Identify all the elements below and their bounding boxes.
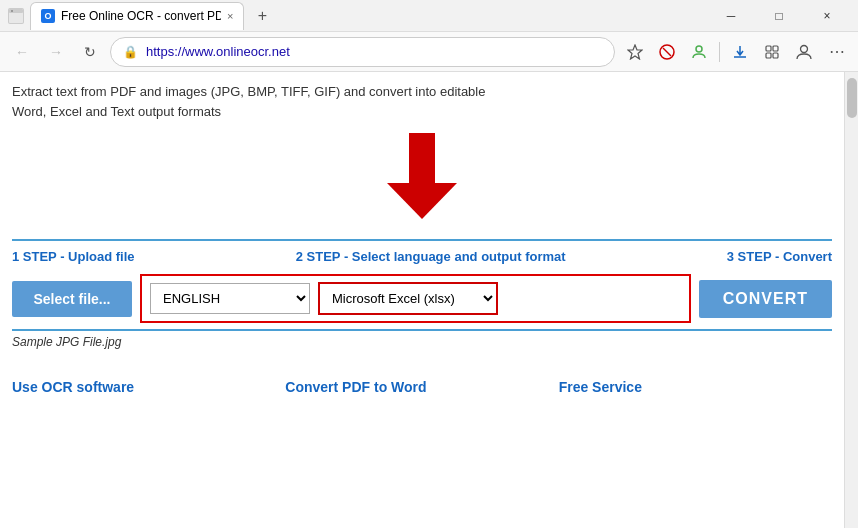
- back-button[interactable]: ←: [8, 38, 36, 66]
- language-select[interactable]: ENGLISH FRENCH GERMAN SPANISH: [150, 283, 310, 314]
- select-file-button[interactable]: Select file...: [12, 281, 132, 317]
- svg-point-12: [801, 45, 808, 52]
- steps-row: 1 STEP - Upload file 2 STEP - Select lan…: [12, 239, 832, 268]
- title-bar: O Free Online OCR - convert PDF t... × +…: [0, 0, 858, 32]
- svg-point-2: [11, 10, 13, 12]
- more-options-icon[interactable]: ⋯: [822, 38, 850, 66]
- svg-rect-10: [766, 53, 771, 58]
- svg-rect-13: [409, 133, 435, 183]
- controls-row: Select file... ENGLISH FRENCH GERMAN SPA…: [12, 274, 832, 331]
- svg-point-6: [696, 46, 702, 52]
- bottom-links: Use OCR software Convert PDF to Word Fre…: [12, 369, 832, 395]
- tab-close-button[interactable]: ×: [227, 10, 233, 22]
- browser-icon: [8, 8, 24, 24]
- url-bar[interactable]: 🔒 https://www.onlineocr.net: [110, 37, 615, 67]
- page-content: Extract text from PDF and images (JPG, B…: [0, 72, 844, 528]
- favorites-icon[interactable]: [621, 38, 649, 66]
- vertical-scrollbar[interactable]: [844, 72, 858, 528]
- active-tab[interactable]: O Free Online OCR - convert PDF t... ×: [30, 2, 244, 30]
- step1-label: 1 STEP - Upload file: [12, 249, 135, 264]
- intro-line1: Extract text from PDF and images (JPG, B…: [12, 82, 832, 102]
- down-arrow-icon: [387, 131, 457, 224]
- new-tab-button[interactable]: +: [250, 4, 274, 28]
- svg-rect-9: [773, 46, 778, 51]
- svg-rect-11: [773, 53, 778, 58]
- shield-icon: [653, 38, 681, 66]
- intro-line2: Word, Excel and Text output formats: [12, 102, 832, 122]
- intro-text: Extract text from PDF and images (JPG, B…: [12, 82, 832, 121]
- profile-sync-icon[interactable]: [685, 38, 713, 66]
- format-select[interactable]: Microsoft Excel (xlsx) Microsoft Word (d…: [318, 282, 498, 315]
- toolbar-separator: [719, 42, 720, 62]
- refresh-button[interactable]: ↻: [76, 38, 104, 66]
- ocr-software-link[interactable]: Use OCR software: [12, 379, 285, 395]
- convert-button[interactable]: CONVERT: [699, 280, 832, 318]
- svg-line-5: [663, 48, 671, 56]
- lock-icon: 🔒: [123, 45, 138, 59]
- close-button[interactable]: ×: [804, 0, 850, 32]
- step3-label: 3 STEP - Convert: [727, 249, 832, 264]
- tab-favicon: O: [41, 9, 55, 23]
- file-name-label: Sample JPG File.jpg: [12, 335, 832, 349]
- tab-title: Free Online OCR - convert PDF t...: [61, 9, 221, 23]
- browser-content: Extract text from PDF and images (JPG, B…: [0, 72, 858, 528]
- convert-pdf-link[interactable]: Convert PDF to Word: [285, 379, 558, 395]
- step2-label: 2 STEP - Select language and output form…: [296, 249, 566, 264]
- more-dots: ⋯: [829, 42, 844, 61]
- svg-marker-14: [387, 183, 457, 219]
- minimize-button[interactable]: ─: [708, 0, 754, 32]
- svg-rect-8: [766, 46, 771, 51]
- extensions-icon[interactable]: [758, 38, 786, 66]
- forward-button[interactable]: →: [42, 38, 70, 66]
- window-controls: ─ □ ×: [708, 0, 850, 32]
- free-service-link[interactable]: Free Service: [559, 379, 832, 395]
- step2-controls-box: ENGLISH FRENCH GERMAN SPANISH Microsoft …: [140, 274, 691, 323]
- maximize-button[interactable]: □: [756, 0, 802, 32]
- user-icon[interactable]: [790, 38, 818, 66]
- url-text: https://www.onlineocr.net: [146, 44, 602, 59]
- address-bar: ← → ↻ 🔒 https://www.onlineocr.net ⋯: [0, 32, 858, 72]
- toolbar-icons: ⋯: [621, 38, 850, 66]
- svg-marker-3: [628, 45, 642, 59]
- scrollbar-thumb[interactable]: [847, 78, 857, 118]
- tab-bar: O Free Online OCR - convert PDF t... × +: [8, 2, 274, 30]
- download-icon[interactable]: [726, 38, 754, 66]
- arrow-container: [12, 131, 832, 224]
